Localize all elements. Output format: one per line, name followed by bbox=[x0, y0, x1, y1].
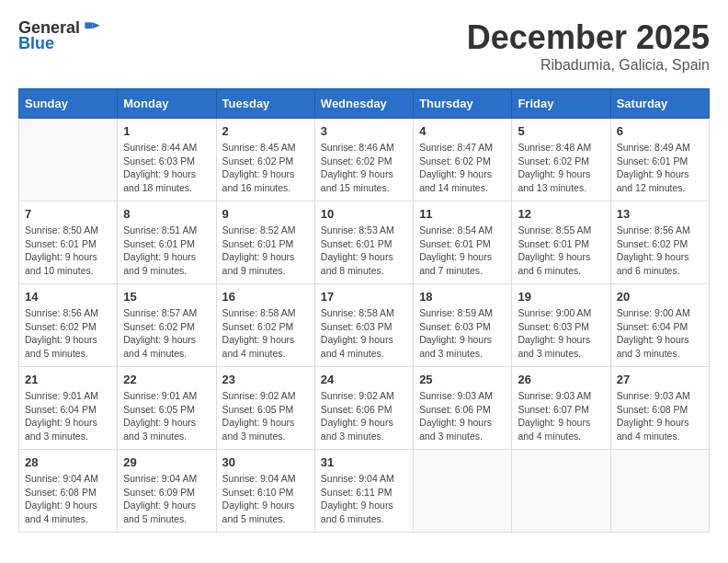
day-number: 2 bbox=[222, 124, 309, 138]
calendar-cell: 3Sunrise: 8:46 AM Sunset: 6:02 PM Daylig… bbox=[314, 119, 413, 201]
day-number: 11 bbox=[419, 207, 506, 221]
day-info: Sunrise: 8:47 AM Sunset: 6:02 PM Dayligh… bbox=[419, 141, 506, 195]
day-info: Sunrise: 9:01 AM Sunset: 6:04 PM Dayligh… bbox=[25, 389, 111, 443]
day-info: Sunrise: 8:55 AM Sunset: 6:01 PM Dayligh… bbox=[518, 224, 604, 278]
calendar-cell: 20Sunrise: 9:00 AM Sunset: 6:04 PM Dayli… bbox=[610, 284, 709, 367]
calendar-cell: 31Sunrise: 9:04 AM Sunset: 6:11 PM Dayli… bbox=[314, 450, 413, 533]
day-number: 29 bbox=[123, 455, 210, 469]
calendar-cell: 22Sunrise: 9:01 AM Sunset: 6:05 PM Dayli… bbox=[118, 367, 216, 450]
calendar-cell: 11Sunrise: 8:54 AM Sunset: 6:01 PM Dayli… bbox=[414, 201, 512, 284]
logo: General Blue bbox=[18, 18, 100, 53]
day-info: Sunrise: 8:56 AM Sunset: 6:02 PM Dayligh… bbox=[617, 224, 703, 278]
day-info: Sunrise: 8:58 AM Sunset: 6:03 PM Dayligh… bbox=[321, 306, 407, 361]
week-row-1: 1Sunrise: 8:44 AM Sunset: 6:03 PM Daylig… bbox=[19, 119, 710, 201]
day-info: Sunrise: 8:49 AM Sunset: 6:01 PM Dayligh… bbox=[617, 141, 703, 195]
day-number: 7 bbox=[25, 207, 111, 221]
day-number: 27 bbox=[617, 373, 703, 386]
day-number: 12 bbox=[518, 207, 604, 221]
day-info: Sunrise: 9:00 AM Sunset: 6:04 PM Dayligh… bbox=[617, 306, 703, 361]
day-number: 19 bbox=[518, 290, 604, 304]
day-info: Sunrise: 9:03 AM Sunset: 6:06 PM Dayligh… bbox=[419, 389, 506, 443]
calendar-cell: 18Sunrise: 8:59 AM Sunset: 6:03 PM Dayli… bbox=[414, 284, 512, 367]
calendar-cell: 13Sunrise: 8:56 AM Sunset: 6:02 PM Dayli… bbox=[610, 201, 709, 284]
day-info: Sunrise: 8:51 AM Sunset: 6:01 PM Dayligh… bbox=[123, 224, 210, 278]
calendar-cell: 4Sunrise: 8:47 AM Sunset: 6:02 PM Daylig… bbox=[414, 119, 512, 201]
calendar-cell: 26Sunrise: 9:03 AM Sunset: 6:07 PM Dayli… bbox=[512, 367, 610, 450]
weekday-header-tuesday: Tuesday bbox=[216, 89, 314, 119]
day-info: Sunrise: 8:57 AM Sunset: 6:02 PM Dayligh… bbox=[123, 306, 210, 361]
day-number: 21 bbox=[25, 373, 111, 386]
weekday-header-thursday: Thursday bbox=[414, 89, 512, 119]
calendar-cell: 17Sunrise: 8:58 AM Sunset: 6:03 PM Dayli… bbox=[314, 284, 413, 367]
day-info: Sunrise: 9:04 AM Sunset: 6:08 PM Dayligh… bbox=[25, 472, 111, 526]
day-info: Sunrise: 8:56 AM Sunset: 6:02 PM Dayligh… bbox=[25, 306, 111, 361]
calendar-cell: 8Sunrise: 8:51 AM Sunset: 6:01 PM Daylig… bbox=[118, 201, 216, 284]
calendar-cell: 1Sunrise: 8:44 AM Sunset: 6:03 PM Daylig… bbox=[118, 119, 216, 201]
day-number: 28 bbox=[25, 455, 111, 469]
day-info: Sunrise: 8:54 AM Sunset: 6:01 PM Dayligh… bbox=[419, 224, 506, 278]
calendar-cell: 30Sunrise: 9:04 AM Sunset: 6:10 PM Dayli… bbox=[216, 450, 314, 533]
calendar-cell: 29Sunrise: 9:04 AM Sunset: 6:09 PM Dayli… bbox=[118, 450, 216, 533]
calendar-cell: 2Sunrise: 8:45 AM Sunset: 6:02 PM Daylig… bbox=[216, 119, 314, 201]
day-info: Sunrise: 9:02 AM Sunset: 6:05 PM Dayligh… bbox=[222, 389, 309, 443]
day-info: Sunrise: 8:44 AM Sunset: 6:03 PM Dayligh… bbox=[123, 141, 210, 195]
calendar-cell: 28Sunrise: 9:04 AM Sunset: 6:08 PM Dayli… bbox=[19, 450, 118, 533]
calendar-cell: 7Sunrise: 8:50 AM Sunset: 6:01 PM Daylig… bbox=[19, 201, 118, 284]
day-info: Sunrise: 9:04 AM Sunset: 6:11 PM Dayligh… bbox=[321, 472, 407, 526]
calendar-cell bbox=[19, 119, 118, 201]
day-info: Sunrise: 9:02 AM Sunset: 6:06 PM Dayligh… bbox=[321, 389, 407, 443]
day-info: Sunrise: 8:53 AM Sunset: 6:01 PM Dayligh… bbox=[321, 224, 407, 278]
month-year-title: December 2025 bbox=[467, 18, 710, 57]
calendar-cell bbox=[512, 450, 610, 533]
day-number: 30 bbox=[222, 455, 309, 469]
calendar-cell: 24Sunrise: 9:02 AM Sunset: 6:06 PM Dayli… bbox=[314, 367, 413, 450]
day-number: 1 bbox=[123, 124, 210, 138]
day-number: 26 bbox=[518, 373, 604, 386]
day-number: 8 bbox=[123, 207, 210, 221]
weekday-header-monday: Monday bbox=[118, 89, 216, 119]
weekday-header-wednesday: Wednesday bbox=[314, 89, 413, 119]
calendar-cell: 15Sunrise: 8:57 AM Sunset: 6:02 PM Dayli… bbox=[118, 284, 216, 367]
day-info: Sunrise: 9:04 AM Sunset: 6:10 PM Dayligh… bbox=[222, 472, 309, 526]
day-number: 18 bbox=[419, 290, 506, 304]
week-row-2: 7Sunrise: 8:50 AM Sunset: 6:01 PM Daylig… bbox=[19, 201, 710, 284]
day-number: 13 bbox=[617, 207, 703, 221]
day-number: 17 bbox=[321, 290, 407, 304]
calendar-cell: 19Sunrise: 9:00 AM Sunset: 6:03 PM Dayli… bbox=[512, 284, 610, 367]
calendar-cell: 6Sunrise: 8:49 AM Sunset: 6:01 PM Daylig… bbox=[610, 119, 709, 201]
day-number: 23 bbox=[222, 373, 309, 386]
day-info: Sunrise: 8:46 AM Sunset: 6:02 PM Dayligh… bbox=[321, 141, 407, 195]
title-area: December 2025 Ribadumia, Galicia, Spain bbox=[467, 18, 710, 74]
weekday-header-friday: Friday bbox=[512, 89, 610, 119]
calendar-table: SundayMondayTuesdayWednesdayThursdayFrid… bbox=[18, 88, 710, 533]
calendar-cell: 21Sunrise: 9:01 AM Sunset: 6:04 PM Dayli… bbox=[19, 367, 118, 450]
day-info: Sunrise: 9:00 AM Sunset: 6:03 PM Dayligh… bbox=[518, 306, 604, 361]
day-info: Sunrise: 8:52 AM Sunset: 6:01 PM Dayligh… bbox=[222, 224, 309, 278]
day-number: 15 bbox=[123, 290, 210, 304]
day-info: Sunrise: 9:01 AM Sunset: 6:05 PM Dayligh… bbox=[123, 389, 210, 443]
calendar-cell: 5Sunrise: 8:48 AM Sunset: 6:02 PM Daylig… bbox=[512, 119, 610, 201]
day-info: Sunrise: 8:50 AM Sunset: 6:01 PM Dayligh… bbox=[25, 224, 111, 278]
day-info: Sunrise: 9:03 AM Sunset: 6:07 PM Dayligh… bbox=[518, 389, 604, 443]
week-row-3: 14Sunrise: 8:56 AM Sunset: 6:02 PM Dayli… bbox=[19, 284, 710, 367]
day-number: 20 bbox=[617, 290, 703, 304]
logo-flag-icon bbox=[82, 19, 100, 38]
day-info: Sunrise: 8:48 AM Sunset: 6:02 PM Dayligh… bbox=[518, 141, 604, 195]
day-number: 14 bbox=[25, 290, 111, 304]
location-subtitle: Ribadumia, Galicia, Spain bbox=[467, 57, 710, 74]
calendar-header-row: SundayMondayTuesdayWednesdayThursdayFrid… bbox=[19, 89, 710, 119]
day-number: 3 bbox=[321, 124, 407, 138]
calendar-cell: 16Sunrise: 8:58 AM Sunset: 6:02 PM Dayli… bbox=[216, 284, 314, 367]
day-info: Sunrise: 9:03 AM Sunset: 6:08 PM Dayligh… bbox=[617, 389, 703, 443]
calendar-cell: 9Sunrise: 8:52 AM Sunset: 6:01 PM Daylig… bbox=[216, 201, 314, 284]
day-number: 5 bbox=[518, 124, 604, 138]
day-info: Sunrise: 8:58 AM Sunset: 6:02 PM Dayligh… bbox=[222, 306, 309, 361]
calendar-cell bbox=[610, 450, 709, 533]
page-header: General Blue December 2025 Ribadumia, Ga… bbox=[18, 18, 710, 74]
day-number: 24 bbox=[321, 373, 407, 386]
day-info: Sunrise: 8:59 AM Sunset: 6:03 PM Dayligh… bbox=[419, 306, 506, 361]
calendar-cell: 12Sunrise: 8:55 AM Sunset: 6:01 PM Dayli… bbox=[512, 201, 610, 284]
calendar-cell: 25Sunrise: 9:03 AM Sunset: 6:06 PM Dayli… bbox=[414, 367, 512, 450]
calendar-cell bbox=[414, 450, 512, 533]
calendar-cell: 23Sunrise: 9:02 AM Sunset: 6:05 PM Dayli… bbox=[216, 367, 314, 450]
